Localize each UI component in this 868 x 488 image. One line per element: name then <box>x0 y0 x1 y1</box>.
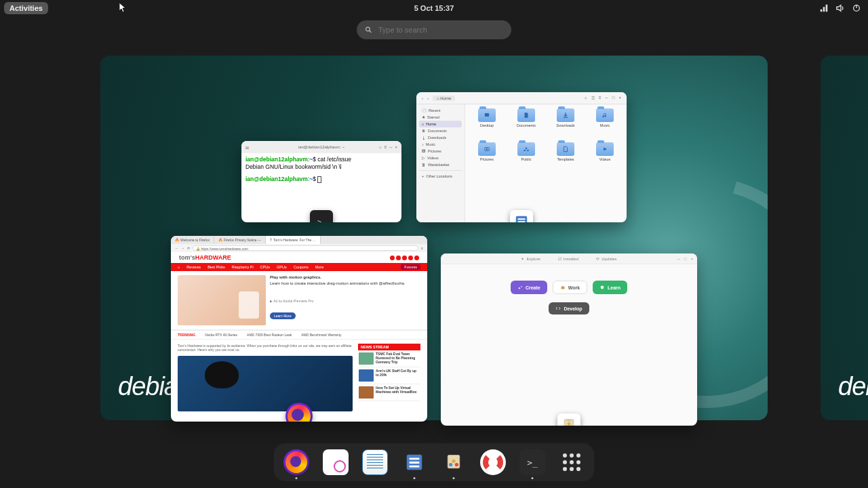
category-learn[interactable]: Learn <box>593 281 627 294</box>
page-content[interactable]: tom'sHARDWARE ⌂ ReviewsBest PicksRaspber… <box>171 252 427 422</box>
site-nav[interactable]: ⌂ ReviewsBest PicksRaspberry PiCPUsGPUsC… <box>171 263 427 271</box>
affiliate-notice: Tom's Hardware is supported by its audie… <box>178 344 353 352</box>
browser-tabstrip[interactable]: 🔥 Welcome to Firefox 🔥 Firefox Privacy N… <box>171 236 427 244</box>
tab-privacy[interactable]: 🔥 Firefox Privacy Notice — <box>214 236 266 244</box>
software-headerbar: ✦ Explore ☑ Installed ⟳ Updates ─□× <box>441 253 697 264</box>
mouse-pointer <box>119 3 127 14</box>
window-terminal[interactable]: ⊞ ian@debian12alphavm: ~ ⌕≡─× ian@debian… <box>241 141 401 222</box>
dash-terminal[interactable] <box>519 449 545 475</box>
volume-icon <box>835 3 845 13</box>
folder-public[interactable]: Public <box>507 142 545 175</box>
hero-image[interactable] <box>178 275 266 325</box>
tab-welcome[interactable]: 🔥 Welcome to Firefox <box>171 236 214 244</box>
sidebar-documents[interactable]: 🗎Documents <box>419 127 462 134</box>
folder-music[interactable]: Music <box>586 108 624 141</box>
browser-toolbar[interactable]: ←→⟳ 🔒 https://www.tomshardware.com ≡ <box>171 244 427 252</box>
terminal-output: ian@debian12alphavm:~$ cat /etc/issue De… <box>241 153 401 186</box>
svg-rect-22 <box>410 466 420 468</box>
sidebar-wastebasket[interactable]: 🗑Wastebasket <box>419 161 462 168</box>
svg-rect-11 <box>518 218 526 220</box>
clock[interactable]: 5 Oct 15:37 <box>414 4 454 12</box>
system-tray[interactable] <box>819 3 861 13</box>
svg-rect-4 <box>485 113 489 117</box>
tab-tomshardware[interactable]: T Tom's Hardware: For The … <box>266 236 321 244</box>
article-image[interactable] <box>178 356 353 411</box>
dash-help[interactable] <box>480 449 506 475</box>
sidebar-home[interactable]: ⌂Home <box>419 121 462 127</box>
sidebar-pictures[interactable]: 🖼Pictures <box>419 148 462 155</box>
files-grid[interactable]: Desktop Documents Downloads Music Pictur… <box>465 104 627 222</box>
category-create[interactable]: Create <box>511 281 547 294</box>
svg-line-3 <box>370 30 372 33</box>
sidebar-music[interactable]: ♪Music <box>419 141 462 148</box>
hero-title: Play with motion graphics. <box>270 275 420 279</box>
folder-videos[interactable]: Videos <box>586 142 624 175</box>
dash-evolution[interactable] <box>323 449 349 475</box>
folder-documents[interactable]: Documents <box>507 108 545 141</box>
sidebar-downloads[interactable]: ⭳Downloads <box>419 134 462 141</box>
files-icon <box>510 210 533 222</box>
software-icon <box>557 413 580 426</box>
activities-button[interactable]: Activities <box>4 2 48 14</box>
window-software[interactable]: ✦ Explore ☑ Installed ⟳ Updates ─□× Crea… <box>441 253 697 426</box>
folder-downloads[interactable]: Downloads <box>547 108 585 141</box>
news-sidebar[interactable]: NEWS STREAM TSMC Fab Eval Team Rumored t… <box>358 344 420 411</box>
url-bar[interactable]: 🔒 https://www.tomshardware.com <box>193 245 418 251</box>
window-firefox[interactable]: 🔥 Welcome to Firefox 🔥 Firefox Privacy N… <box>171 236 427 422</box>
hero-subtitle: Learn how to create interactive drag-mot… <box>270 281 420 285</box>
tab-explore[interactable]: ✦ Explore <box>521 256 540 261</box>
power-icon <box>852 3 861 13</box>
folder-desktop[interactable]: Desktop <box>468 108 506 141</box>
svg-rect-12 <box>518 221 526 222</box>
folder-templates[interactable]: Templates <box>547 142 585 175</box>
overview-search[interactable] <box>357 20 511 39</box>
files-headerbar: ‹› ⌂ Home ⌕☰≡─□× <box>416 92 627 104</box>
window-files[interactable]: ‹› ⌂ Home ⌕☰≡─□× 🕘Recent ★Starred ⌂Home … <box>416 92 627 222</box>
dash-show-apps[interactable] <box>559 449 585 475</box>
terminal-icon <box>310 210 333 222</box>
sidebar-videos[interactable]: ▷Videos <box>419 155 462 161</box>
dash[interactable] <box>274 443 594 481</box>
svg-point-26 <box>452 460 455 463</box>
svg-rect-21 <box>410 462 420 464</box>
svg-point-24 <box>449 463 452 466</box>
sidebar-other[interactable]: +Other Locations <box>419 173 462 180</box>
trending-bar[interactable]: TRENDINGNvidia RTX 40-SeriesAMD 7000 Bes… <box>171 330 427 340</box>
svg-rect-14 <box>561 287 564 289</box>
dash-firefox[interactable] <box>283 449 309 475</box>
dash-writer[interactable] <box>362 449 388 475</box>
category-work[interactable]: Work <box>553 281 587 294</box>
wallpaper-logotype: debian <box>838 372 868 401</box>
dash-software[interactable] <box>441 449 467 475</box>
svg-point-7 <box>526 148 528 150</box>
search-icon <box>365 26 373 35</box>
tab-updates[interactable]: ⟳ Updates <box>596 256 616 261</box>
svg-point-6 <box>486 148 488 150</box>
window-titlebar: ⊞ ian@debian12alphavm: ~ ⌕≡─× <box>241 141 401 153</box>
search-input[interactable] <box>378 26 503 34</box>
svg-rect-20 <box>410 458 420 460</box>
top-bar: Activities 5 Oct 15:37 <box>0 0 868 16</box>
category-develop[interactable]: Develop <box>549 302 589 314</box>
folder-pictures[interactable]: Pictures <box>468 142 506 175</box>
social-icons[interactable] <box>390 256 419 260</box>
tab-installed[interactable]: ☑ Installed <box>558 256 578 261</box>
network-icon <box>819 3 829 13</box>
workspace-next[interactable]: debian <box>821 56 868 420</box>
sidebar-recent[interactable]: 🕘Recent <box>419 107 462 114</box>
dash-files[interactable] <box>401 449 427 475</box>
hero-cta[interactable]: Learn More <box>270 312 296 319</box>
svg-point-18 <box>568 423 570 426</box>
svg-point-2 <box>366 27 370 31</box>
svg-point-25 <box>455 463 458 466</box>
sidebar-starred[interactable]: ★Starred <box>419 114 462 121</box>
site-logo[interactable]: tom'sHARDWARE <box>179 254 231 261</box>
files-sidebar[interactable]: 🕘Recent ★Starred ⌂Home 🗎Documents ⭳Downl… <box>416 104 465 222</box>
